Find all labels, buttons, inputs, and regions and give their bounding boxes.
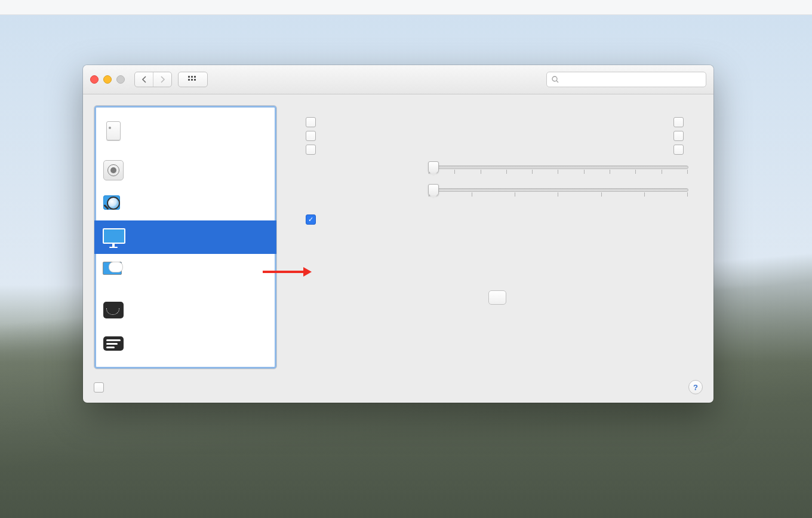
nav-segment	[134, 72, 172, 87]
checkbox-icon	[673, 117, 684, 127]
sidebar-item-display[interactable]	[94, 220, 276, 254]
sidebar-header-hearing	[94, 360, 276, 366]
slider-thumb[interactable]	[428, 161, 439, 173]
sidebar-item-general[interactable]	[94, 114, 276, 148]
checkbox-reduce-transparency[interactable]	[673, 145, 688, 155]
titlebar	[83, 65, 713, 94]
checkbox-icon	[673, 131, 684, 141]
speech-icon	[102, 260, 125, 281]
slider-thumb[interactable]	[428, 184, 439, 196]
annotation-arrow	[263, 267, 312, 277]
open-display-prefs-button[interactable]	[488, 290, 506, 305]
checkbox-icon	[306, 131, 316, 141]
checkbox-icon	[94, 382, 104, 393]
checkbox-increase-contrast[interactable]	[673, 131, 688, 141]
menu-bar	[0, 0, 812, 15]
svg-rect-3	[188, 79, 190, 81]
checkbox-differentiate-without-color[interactable]	[306, 145, 321, 155]
general-icon	[102, 120, 125, 142]
grid-icon	[188, 76, 198, 83]
sidebar-header-general	[94, 108, 276, 114]
checkbox-grayscale[interactable]	[306, 131, 321, 141]
svg-rect-1	[191, 76, 193, 78]
help-button[interactable]: ?	[688, 380, 703, 394]
sidebar	[94, 105, 277, 369]
svg-rect-4	[191, 79, 193, 81]
minimize-button[interactable]	[103, 75, 112, 84]
checkbox-icon	[673, 145, 684, 155]
slider-cursor-size[interactable]	[428, 188, 688, 200]
slider-contrast[interactable]	[428, 165, 688, 177]
captions-icon	[102, 333, 125, 354]
zoom-button	[116, 75, 125, 84]
checkbox-show-in-menubar[interactable]	[94, 382, 109, 393]
sidebar-item-zoom[interactable]	[94, 187, 276, 220]
sidebar-item-captions[interactable]	[94, 327, 276, 360]
svg-rect-2	[194, 76, 196, 78]
show-all-button[interactable]	[178, 72, 208, 87]
sidebar-item-descriptions[interactable]	[94, 293, 276, 327]
checkbox-reduce-motion[interactable]	[673, 117, 688, 127]
voiceover-icon	[102, 160, 125, 181]
svg-rect-5	[194, 79, 196, 81]
svg-rect-0	[188, 76, 190, 78]
zoom-icon	[102, 193, 125, 214]
close-button[interactable]	[90, 75, 99, 84]
display-icon	[102, 226, 125, 248]
content-pane: ✓	[285, 105, 703, 369]
preferences-window: ✓ ?	[83, 65, 713, 403]
svg-line-8	[556, 81, 558, 82]
descriptions-icon	[102, 299, 125, 321]
forward-button[interactable]	[153, 72, 171, 87]
svg-point-7	[552, 76, 557, 81]
back-button[interactable]	[135, 72, 153, 87]
sidebar-item-voiceover[interactable]	[94, 154, 276, 187]
sidebar-item-speech[interactable]	[94, 254, 276, 287]
sidebar-header-media	[94, 287, 276, 293]
search-field[interactable]	[546, 72, 706, 87]
sidebar-header-vision	[94, 148, 276, 154]
checkbox-icon	[306, 117, 316, 127]
svg-rect-6	[188, 82, 190, 83]
search-icon	[552, 76, 559, 83]
checkbox-invert-colors[interactable]	[306, 117, 321, 127]
checkbox-icon	[306, 145, 316, 155]
checkbox-shake-to-locate[interactable]: ✓	[306, 214, 316, 225]
